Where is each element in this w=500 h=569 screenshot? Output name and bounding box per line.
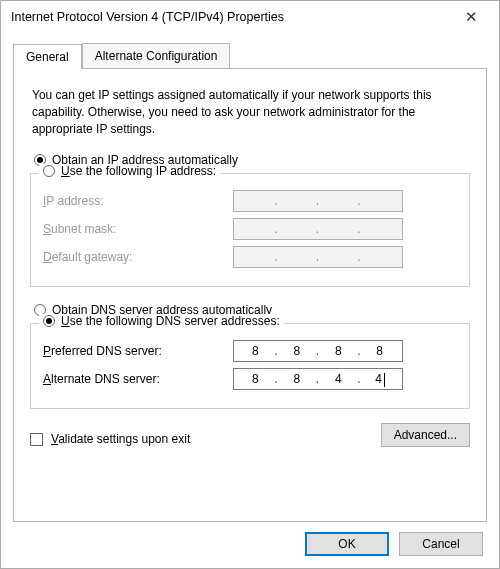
input-default-gateway: ... (233, 246, 403, 268)
tab-alternate-configuration[interactable]: Alternate Configuration (82, 43, 231, 68)
text-caret-icon (384, 373, 385, 387)
tab-general-label: General (26, 50, 69, 64)
input-alternate-dns[interactable]: 8. 8. 4. 4 (233, 368, 403, 390)
input-ip-address: ... (233, 190, 403, 212)
client-area: General Alternate Configuration You can … (1, 33, 499, 568)
radio-icon (43, 165, 55, 177)
window-title: Internet Protocol Version 4 (TCP/IPv4) P… (11, 10, 451, 24)
tab-panel-general: You can get IP settings assigned automat… (13, 68, 487, 522)
label-preferred-dns: Preferred DNS server: (43, 344, 233, 358)
octet: 4 (367, 372, 393, 387)
radio-use-following-ip-label: Use the following IP address: (61, 164, 216, 178)
octet: 8 (367, 344, 393, 358)
input-subnet-mask: ... (233, 218, 403, 240)
input-preferred-dns[interactable]: 8. 8. 8. 8 (233, 340, 403, 362)
checkbox-validate-settings-label: Validate settings upon exit (51, 432, 190, 446)
cancel-button[interactable]: Cancel (399, 532, 483, 556)
row-subnet-mask: Subnet mask: ... (43, 218, 457, 240)
dialog-window: Internet Protocol Version 4 (TCP/IPv4) P… (0, 0, 500, 569)
ok-button[interactable]: OK (305, 532, 389, 556)
tab-general[interactable]: General (13, 44, 82, 69)
label-alternate-dns: Alternate DNS server: (43, 372, 233, 386)
label-subnet-mask: Subnet mask: (43, 222, 233, 236)
advanced-button-label: Advanced... (394, 428, 457, 442)
group-ip-manual: Use the following IP address: IP address… (30, 173, 470, 287)
ok-button-label: OK (338, 537, 355, 551)
cancel-button-label: Cancel (422, 537, 459, 551)
close-icon[interactable]: ✕ (451, 8, 491, 26)
intro-text: You can get IP settings assigned automat… (32, 87, 468, 137)
octet: 8 (326, 344, 352, 358)
checkbox-validate-settings[interactable]: Validate settings upon exit (30, 432, 190, 446)
label-ip-address: IP address: (43, 194, 233, 208)
tab-alternate-label: Alternate Configuration (95, 49, 218, 63)
group-dns-manual: Use the following DNS server addresses: … (30, 323, 470, 409)
row-ip-address: IP address: ... (43, 190, 457, 212)
row-preferred-dns: Preferred DNS server: 8. 8. 8. 8 (43, 340, 457, 362)
octet: 8 (243, 372, 269, 386)
radio-icon (43, 315, 55, 327)
label-default-gateway: Default gateway: (43, 250, 233, 264)
radio-use-following-dns-label: Use the following DNS server addresses: (61, 314, 280, 328)
advanced-button[interactable]: Advanced... (381, 423, 470, 447)
octet: 4 (326, 372, 352, 386)
octet: 8 (284, 372, 310, 386)
octet: 8 (284, 344, 310, 358)
row-validate-advanced: Validate settings upon exit Advanced... (30, 423, 470, 447)
octet: 8 (243, 344, 269, 358)
radio-use-following-ip[interactable]: Use the following IP address: (39, 164, 220, 178)
titlebar: Internet Protocol Version 4 (TCP/IPv4) P… (1, 1, 499, 33)
dialog-buttons: OK Cancel (13, 532, 487, 556)
row-default-gateway: Default gateway: ... (43, 246, 457, 268)
row-alternate-dns: Alternate DNS server: 8. 8. 4. 4 (43, 368, 457, 390)
checkbox-icon (30, 433, 43, 446)
tab-strip: General Alternate Configuration (13, 43, 487, 68)
radio-use-following-dns[interactable]: Use the following DNS server addresses: (39, 314, 284, 328)
